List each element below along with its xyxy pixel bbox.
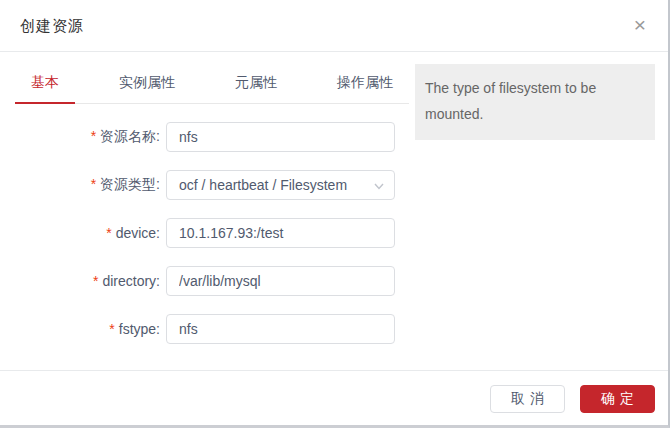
fstype-label: *fstype: [0,321,160,337]
form-row-resource-type: *资源类型: ocf / heartbeat / Filesystem [0,170,410,200]
form-row-device: *device: [0,218,410,248]
field-help-panel: The type of filesystem to be mounted. [415,64,655,140]
device-label: *device: [0,225,160,241]
dialog-title: 创建资源 [20,17,84,36]
resource-name-input[interactable] [166,122,395,152]
tab-instance-attrs[interactable]: 实例属性 [103,74,191,104]
dialog-header: 创建资源 × [0,0,668,52]
tab-bar: 基本 实例属性 元属性 操作属性 [15,52,409,104]
dialog-body: 基本 实例属性 元属性 操作属性 The type of filesystem … [0,52,668,370]
tab-meta-attrs[interactable]: 元属性 [219,74,293,104]
fstype-input[interactable] [166,314,395,344]
close-icon[interactable]: × [628,13,652,37]
directory-label: *directory: [0,273,160,289]
form-row-resource-name: *资源名称: [0,122,410,152]
create-resource-dialog: 创建资源 × 基本 实例属性 元属性 操作属性 The type of file… [0,0,670,428]
required-marker: * [109,321,114,337]
confirm-button[interactable]: 确定 [580,385,655,413]
resource-name-label: *资源名称: [0,128,160,146]
device-input[interactable] [166,218,395,248]
chevron-down-icon [373,180,385,192]
required-marker: * [91,128,96,144]
form-row-directory: *directory: [0,266,410,296]
tab-basic[interactable]: 基本 [15,74,75,104]
directory-input[interactable] [166,266,395,296]
tab-operation-attrs[interactable]: 操作属性 [321,74,409,104]
resource-form: *资源名称: *资源类型: ocf / heartbeat / Filesyst… [0,122,410,362]
dialog-footer: 取消 确定 [0,370,668,425]
resource-type-selected-value: ocf / heartbeat / Filesystem [179,177,347,193]
resource-type-label: *资源类型: [0,176,160,194]
required-marker: * [106,225,111,241]
form-row-fstype: *fstype: [0,314,410,344]
cancel-button[interactable]: 取消 [490,385,565,413]
required-marker: * [93,273,98,289]
resource-type-select[interactable]: ocf / heartbeat / Filesystem [166,170,395,200]
required-marker: * [91,176,96,192]
